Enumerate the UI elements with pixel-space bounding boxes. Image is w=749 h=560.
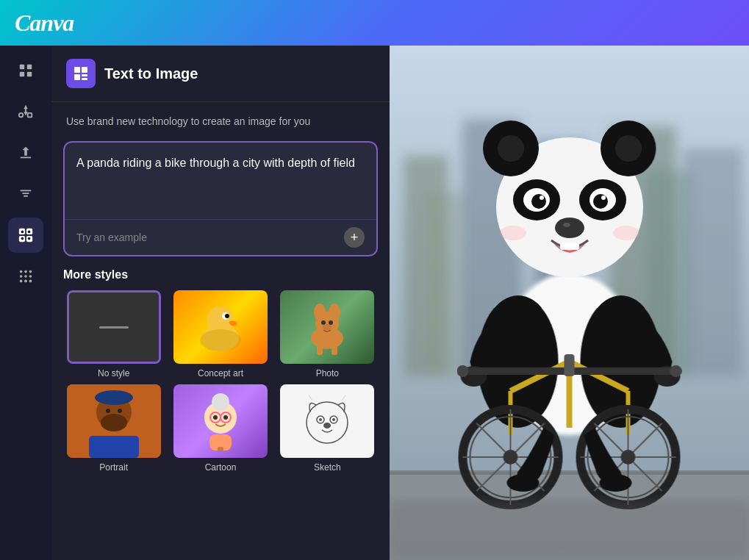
style-item-no-style[interactable]: No style — [63, 290, 164, 378]
svg-point-32 — [225, 314, 229, 318]
style-thumb-photo — [280, 290, 374, 364]
svg-point-16 — [24, 270, 27, 273]
panel-title: Text to Image — [104, 65, 198, 82]
svg-point-63 — [332, 418, 335, 421]
sketch-image — [280, 384, 374, 458]
sidebar-item-elements[interactable] — [8, 94, 43, 129]
add-button[interactable]: + — [344, 227, 365, 248]
style-label-concept-art: Concept art — [198, 368, 243, 378]
style-item-concept-art[interactable]: Concept art — [170, 290, 270, 378]
grid-icon — [18, 62, 34, 79]
svg-point-14 — [28, 237, 31, 240]
style-label-sketch: Sketch — [314, 462, 341, 473]
style-label-photo: Photo — [316, 368, 339, 378]
svg-point-93 — [593, 194, 608, 209]
svg-point-92 — [531, 194, 546, 209]
sidebar-item-ai[interactable] — [8, 218, 43, 253]
main-layout: Text to Image Use brand new technology t… — [0, 46, 749, 560]
upload-icon — [18, 145, 34, 161]
style-item-cartoon[interactable]: Cartoon — [170, 384, 270, 473]
style-label-no-style: No style — [98, 368, 129, 378]
svg-rect-1 — [27, 65, 32, 69]
svg-point-94 — [540, 195, 544, 200]
apps-icon — [18, 268, 34, 284]
svg-rect-6 — [21, 157, 32, 159]
sidebar-item-grid[interactable] — [8, 53, 43, 88]
svg-rect-3 — [27, 72, 32, 76]
svg-point-45 — [101, 414, 127, 431]
styles-grid: No style — [63, 290, 378, 473]
elements-icon — [18, 104, 34, 120]
svg-line-65 — [309, 395, 312, 401]
svg-point-119 — [507, 474, 540, 492]
svg-point-39 — [329, 320, 333, 325]
style-item-portrait[interactable]: Portrait — [63, 384, 164, 473]
corgi-image — [280, 290, 374, 364]
style-label-portrait: Portrait — [99, 462, 128, 473]
sketch-svg — [294, 392, 360, 450]
panel: Text to Image Use brand new technology t… — [51, 46, 390, 560]
svg-point-102 — [457, 365, 469, 377]
svg-rect-24 — [74, 67, 80, 73]
svg-rect-25 — [82, 67, 87, 73]
panel-header: Text to Image — [51, 46, 390, 102]
svg-rect-27 — [82, 74, 87, 76]
svg-rect-104 — [565, 354, 575, 376]
panel-title-icon — [66, 59, 96, 88]
svg-rect-0 — [20, 65, 24, 69]
style-item-sketch[interactable]: Sketch — [277, 384, 378, 473]
style-thumb-sketch — [280, 384, 374, 458]
svg-point-11 — [21, 231, 24, 234]
svg-line-66 — [342, 395, 345, 401]
svg-rect-58 — [218, 447, 223, 450]
svg-point-22 — [24, 280, 27, 283]
svg-point-19 — [24, 275, 27, 278]
canvas-area — [390, 46, 749, 560]
prompt-container: Try an example + — [63, 141, 378, 256]
canva-logo[interactable]: Canva — [15, 10, 74, 37]
svg-point-87 — [615, 135, 642, 162]
svg-rect-26 — [74, 74, 80, 80]
svg-point-100 — [613, 226, 639, 240]
svg-rect-41 — [317, 345, 323, 355]
svg-point-20 — [29, 275, 32, 278]
try-example-text[interactable]: Try an example — [76, 231, 147, 243]
style-thumb-concept-art — [173, 290, 268, 364]
svg-point-48 — [118, 409, 122, 413]
svg-point-46 — [95, 390, 133, 405]
svg-point-17 — [29, 270, 32, 273]
panda-svg — [390, 46, 749, 560]
sidebar — [0, 46, 51, 560]
sidebar-item-uploads[interactable] — [8, 135, 43, 170]
svg-rect-121 — [390, 501, 749, 560]
ai-icon — [18, 227, 34, 243]
svg-point-56 — [223, 415, 228, 420]
svg-rect-2 — [20, 72, 24, 76]
svg-point-37 — [329, 304, 340, 321]
text-icon — [18, 186, 34, 202]
sidebar-item-text[interactable] — [8, 176, 43, 212]
style-item-photo[interactable]: Photo — [277, 290, 378, 378]
svg-point-13 — [21, 237, 24, 240]
svg-point-40 — [323, 324, 332, 330]
svg-point-47 — [106, 409, 110, 413]
svg-point-23 — [29, 280, 32, 283]
svg-point-36 — [314, 304, 326, 321]
svg-rect-49 — [89, 436, 139, 458]
sidebar-item-apps[interactable] — [8, 259, 43, 294]
prompt-input[interactable] — [65, 143, 376, 216]
style-thumb-no-style — [67, 290, 161, 364]
svg-point-120 — [600, 474, 632, 492]
svg-point-99 — [500, 226, 526, 240]
duck-svg — [191, 298, 250, 356]
more-styles-section: More styles No style — [51, 268, 390, 473]
svg-rect-42 — [332, 345, 337, 355]
no-style-dash — [99, 326, 129, 329]
svg-point-12 — [28, 231, 31, 234]
text-to-image-icon — [72, 65, 90, 82]
svg-rect-73 — [426, 193, 463, 376]
cartoon-svg — [191, 392, 250, 450]
cartoon-image — [173, 384, 268, 458]
svg-point-38 — [321, 320, 326, 325]
svg-rect-28 — [82, 78, 87, 80]
